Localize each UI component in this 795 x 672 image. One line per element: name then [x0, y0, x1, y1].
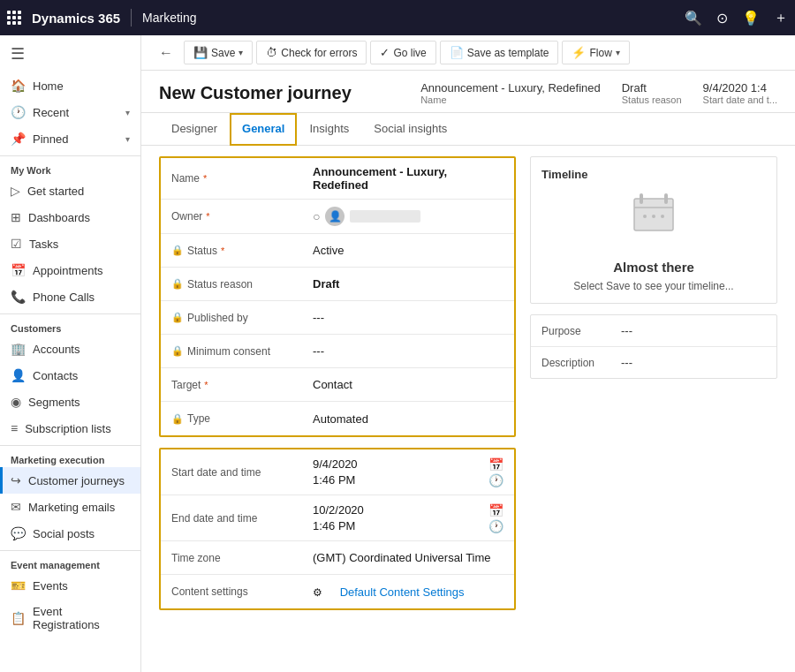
date-value-content-settings[interactable]: ⚙ Default Content Settings: [302, 578, 514, 606]
field-value-type[interactable]: Automated: [302, 405, 514, 433]
required-indicator: *: [206, 211, 209, 222]
description-value[interactable]: ---: [621, 356, 632, 369]
date-row-end: End date and time 10/2/2020 📅 1:46 PM 🕐: [161, 495, 514, 541]
purpose-row-description: Description ---: [531, 347, 776, 378]
sidebar-item-home[interactable]: 🏠 Home: [0, 72, 140, 99]
owner-circle-icon: ○: [313, 209, 320, 223]
sidebar-item-marketing-emails[interactable]: ✉ Marketing emails: [0, 494, 140, 520]
svg-rect-2: [664, 193, 668, 204]
recent-icon[interactable]: ⊙: [716, 10, 728, 26]
customer-journeys-icon: ↪: [11, 473, 21, 487]
meta-status-label: Status reason: [622, 94, 682, 105]
date-row-start: Start date and time 9/4/2020 📅 1:46 PM 🕐: [161, 449, 514, 495]
check-errors-button[interactable]: ⏱ Check for errors: [256, 41, 367, 64]
sidebar-item-get-started[interactable]: ▷ Get started: [0, 177, 140, 204]
sidebar-item-social-posts[interactable]: 💬 Social posts: [0, 520, 140, 547]
tab-designer[interactable]: Designer: [159, 113, 230, 146]
field-label-status-reason: 🔒 Status reason: [161, 271, 302, 298]
form-row-type: 🔒 Type Automated: [161, 402, 514, 435]
content-settings-link[interactable]: Default Content Settings: [329, 578, 475, 606]
sidebar-item-subscription-lists[interactable]: ≡ Subscription lists: [0, 415, 140, 442]
calendar-icon[interactable]: 📅: [488, 457, 504, 472]
sidebar: ☰ 🏠 Home 🕐 Recent ▾ 📌 Pinned ▾ My Work ▷…: [0, 35, 141, 672]
back-button[interactable]: ←: [152, 42, 180, 64]
tab-general[interactable]: General: [230, 113, 297, 146]
waffle-icon[interactable]: [7, 11, 21, 25]
top-bar-divider: [131, 9, 132, 26]
meta-date: 9/4/2020 1:4 Start date and t...: [703, 81, 777, 105]
lock-icon: 🔒: [171, 312, 184, 323]
field-value-target[interactable]: Contact: [302, 371, 514, 398]
lock-icon: 🔒: [171, 413, 184, 425]
calendar-icon[interactable]: 📅: [488, 503, 504, 517]
end-time-text: 1:46 PM: [313, 519, 355, 532]
field-value-min-consent[interactable]: ---: [302, 337, 514, 365]
sidebar-item-phone-calls[interactable]: 📞 Phone Calls: [0, 283, 140, 310]
save-template-button[interactable]: 📄 Save as template: [440, 41, 559, 64]
date-label-content-settings: Content settings: [161, 578, 302, 605]
page-header: New Customer journey Announcement - Luxu…: [141, 71, 795, 113]
tab-insights[interactable]: Insights: [297, 113, 361, 146]
date-form-card: Start date and time 9/4/2020 📅 1:46 PM 🕐: [159, 448, 516, 610]
flow-dropdown-icon[interactable]: ▾: [616, 48, 620, 57]
sidebar-item-event-registrations[interactable]: 📋 Event Registrations: [0, 599, 140, 638]
tab-social-insights[interactable]: Social insights: [361, 113, 459, 146]
hamburger-menu[interactable]: ☰: [0, 35, 140, 72]
sidebar-item-dashboards[interactable]: ⊞ Dashboards: [0, 204, 140, 230]
flow-button[interactable]: ⚡ Flow ▾: [562, 41, 629, 64]
sidebar-item-events[interactable]: 🎫 Events: [0, 572, 140, 599]
sidebar-divider: [0, 445, 140, 446]
home-icon: 🏠: [11, 79, 26, 93]
sidebar-item-contacts[interactable]: 👤 Contacts: [0, 362, 140, 389]
registrations-icon: 📋: [11, 611, 26, 625]
save-button[interactable]: 💾 Save ▾: [184, 41, 253, 64]
field-label-type: 🔒 Type: [161, 405, 302, 432]
sidebar-item-segments[interactable]: ◉ Segments: [0, 389, 140, 415]
lock-icon: 🔒: [171, 278, 184, 290]
sidebar-item-label: Event Registrations: [33, 605, 130, 631]
field-value-status[interactable]: Active: [302, 237, 514, 264]
date-value-timezone[interactable]: (GMT) Coordinated Universal Time: [302, 544, 514, 571]
page-title: New Customer journey: [159, 83, 352, 103]
sidebar-item-accounts[interactable]: 🏢 Accounts: [0, 336, 140, 362]
general-form-card: Name * Announcement - Luxury, Redefined …: [159, 156, 516, 437]
save-dropdown-icon[interactable]: ▾: [238, 48, 243, 57]
events-icon: 🎫: [11, 578, 26, 593]
sidebar-item-appointments[interactable]: 📅 Appointments: [0, 257, 140, 283]
dashboards-icon: ⊞: [11, 210, 21, 224]
sidebar-item-customer-journeys[interactable]: ↪ Customer journeys: [0, 467, 140, 494]
field-value-published-by[interactable]: ---: [302, 304, 514, 331]
add-icon[interactable]: ＋: [774, 9, 788, 27]
go-live-button[interactable]: ✓ Go live: [370, 41, 435, 64]
sidebar-item-label: Accounts: [33, 343, 80, 356]
sidebar-item-recent[interactable]: 🕐 Recent ▾: [0, 99, 140, 125]
field-label-status: 🔒 Status *: [161, 238, 302, 264]
purpose-value[interactable]: ---: [621, 324, 632, 337]
clock-icon[interactable]: 🕐: [488, 473, 504, 487]
date-label-timezone: Time zone: [161, 545, 302, 571]
field-value-status-reason[interactable]: Draft: [302, 270, 514, 298]
date-value-end[interactable]: 10/2/2020 📅 1:46 PM 🕐: [302, 496, 514, 540]
meta-name: Announcement - Luxury, Redefined Name: [420, 81, 601, 105]
section-my-work: My Work: [0, 160, 140, 177]
meta-status-value: Draft: [622, 81, 682, 94]
toolbar: ← 💾 Save ▾ ⏱ Check for errors ✓ Go live …: [141, 35, 795, 71]
lock-icon: 🔒: [171, 245, 184, 256]
purpose-card: Purpose --- Description ---: [530, 314, 777, 379]
main-content: ← 💾 Save ▾ ⏱ Check for errors ✓ Go live …: [141, 35, 795, 672]
date-value-start[interactable]: 9/4/2020 📅 1:46 PM 🕐: [302, 450, 514, 495]
expand-icon: ▾: [125, 108, 130, 117]
search-icon[interactable]: 🔍: [685, 10, 702, 26]
help-icon[interactable]: 💡: [742, 10, 760, 26]
sidebar-item-label: Contacts: [33, 369, 78, 382]
clock-icon[interactable]: 🕐: [488, 519, 504, 533]
field-value-owner[interactable]: ○ 👤: [302, 200, 514, 233]
field-value-name[interactable]: Announcement - Luxury, Redefined: [302, 158, 514, 199]
expand-icon: ▾: [125, 134, 130, 144]
start-time-text: 1:46 PM: [313, 473, 355, 487]
content-settings-icon: ⚙: [313, 586, 322, 599]
template-icon: 📄: [450, 46, 464, 59]
sidebar-item-pinned[interactable]: 📌 Pinned ▾: [0, 125, 140, 152]
sidebar-item-tasks[interactable]: ☑ Tasks: [0, 230, 140, 257]
subscription-icon: ≡: [11, 421, 18, 435]
